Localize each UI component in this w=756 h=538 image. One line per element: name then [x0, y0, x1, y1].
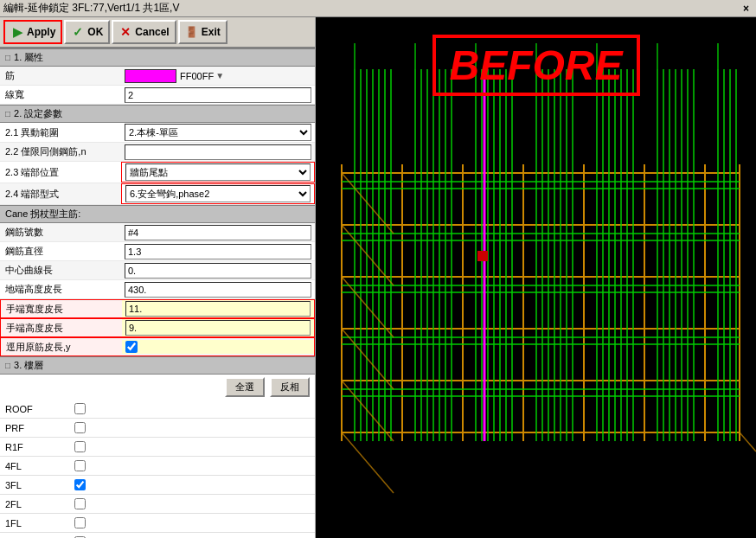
color-dropdown-arrow[interactable]: ▼	[215, 71, 224, 80]
field-curvelength-label: 中心曲線長	[0, 262, 121, 279]
field-useoriginal-label: 逕用原筋皮長,y	[1, 339, 122, 355]
field-handwidth: 手端寬度皮長	[0, 299, 315, 318]
field-sameside-value[interactable]	[121, 144, 315, 161]
cancel-icon: ✕	[119, 25, 132, 39]
field-linewidth-label: 線寬	[0, 86, 121, 103]
floor-name: 4FL	[5, 461, 57, 471]
floor-checkbox[interactable]	[74, 422, 86, 433]
floor-row: PC	[0, 533, 315, 538]
floor-row: 1FL	[0, 514, 315, 533]
select-all-button[interactable]: 全選	[225, 377, 265, 397]
field-bardia: 鋼筋直徑	[0, 242, 315, 261]
form-area: □ 1. 屬性 筋 FF00FF ▼ 線寬 □ 2. 設定參數	[0, 48, 315, 538]
field-handheight-value[interactable]	[122, 319, 314, 336]
field-jin-value[interactable]: FF00FF ▼	[121, 68, 315, 84]
ok-button[interactable]: ✓ OK	[64, 20, 110, 44]
floor-row: 2FL	[0, 495, 315, 514]
field-groundheight-value[interactable]	[121, 281, 315, 298]
floor-name: R1F	[5, 442, 57, 452]
ok-label: OK	[87, 26, 103, 38]
field-curvelength: 中心曲線長	[0, 261, 315, 280]
invert-button[interactable]: 反相	[270, 377, 310, 397]
field-jin: 筋 FF00FF ▼	[0, 67, 315, 86]
field-range-value[interactable]: 2.本棟-單區	[121, 123, 315, 142]
field-handwidth-label: 手端寬度皮長	[1, 301, 122, 317]
field-endtype: 2.4 端部型式 6.安全彎鉤,phase2	[0, 183, 315, 205]
field-linewidth-value[interactable]	[121, 86, 315, 104]
field-handheight: 手端高度皮長	[0, 318, 315, 337]
cancel-label: Cancel	[135, 26, 169, 38]
title-bar: 編輯-延伸鎖定 3FL:77,Vert1/1 共1區,V ×	[0, 0, 756, 17]
field-groundheight: 地端高度皮長	[0, 280, 315, 299]
field-handheight-label: 手端高度皮長	[1, 320, 122, 336]
field-bardia-value[interactable]	[121, 243, 315, 260]
floor-row: R1F	[0, 438, 315, 457]
handheight-input[interactable]	[125, 320, 311, 336]
field-endtype-label: 2.4 端部型式	[0, 186, 121, 202]
section-floor-header: □ 3. 樓層	[0, 356, 315, 375]
field-endpos: 2.3 端部位置 牆筋尾點	[0, 162, 315, 183]
color-code: FF00FF	[180, 71, 214, 81]
apply-icon: ▶	[10, 25, 24, 39]
floor-checkbox[interactable]	[74, 460, 86, 471]
exit-icon: 🚪	[185, 25, 199, 39]
linewidth-input[interactable]	[125, 87, 311, 103]
useoriginal-checkbox[interactable]	[125, 341, 138, 353]
floor-row: ROOF	[0, 400, 315, 419]
field-handwidth-value[interactable]	[122, 300, 314, 317]
endtype-select[interactable]: 6.安全彎鉤,phase2	[125, 185, 311, 202]
floor-name: 1FL	[5, 518, 57, 528]
floor-name: ROOF	[5, 404, 57, 414]
floor-controls: 全選 反相	[0, 375, 315, 400]
svg-rect-72	[477, 251, 488, 261]
right-panel: BEFORE	[316, 17, 756, 538]
field-range-label: 2.1 異動範圍	[0, 125, 121, 141]
cancel-button[interactable]: ✕ Cancel	[112, 20, 176, 44]
close-button[interactable]: ×	[740, 3, 753, 15]
curvelength-input[interactable]	[125, 263, 311, 279]
section-cane-header: Cane 拐杖型主筋:	[0, 205, 315, 223]
color-swatch[interactable]	[125, 69, 176, 83]
floor-row: PRF	[0, 419, 315, 438]
bardia-input[interactable]	[125, 244, 311, 259]
field-useoriginal-value[interactable]	[122, 340, 314, 354]
left-panel: ▶ Apply ✓ OK ✕ Cancel 🚪 Exit □ 1. 屬性	[0, 17, 316, 538]
section-settings-header: □ 2. 設定參數	[0, 105, 315, 123]
groundheight-input[interactable]	[125, 282, 311, 298]
field-bardia-label: 鋼筋直徑	[0, 243, 121, 259]
floor-name: 3FL	[5, 480, 57, 490]
floor-list: ROOFPRFR1F4FL3FL2FL1FLPC	[0, 400, 315, 538]
title-text: 編輯-延伸鎖定 3FL:77,Vert1/1 共1區,V	[3, 1, 179, 16]
apply-label: Apply	[27, 26, 55, 38]
floor-checkbox[interactable]	[74, 498, 86, 509]
floor-checkbox[interactable]	[74, 403, 86, 414]
floor-checkbox[interactable]	[74, 441, 86, 452]
section-properties-header: □ 1. 屬性	[0, 48, 315, 67]
main-layout: ▶ Apply ✓ OK ✕ Cancel 🚪 Exit □ 1. 屬性	[0, 17, 756, 538]
field-barno-value[interactable]	[121, 224, 315, 241]
field-barno-label: 鋼筋號數	[0, 224, 121, 240]
endpos-select[interactable]: 牆筋尾點	[125, 163, 311, 181]
floor-row: 3FL	[0, 476, 315, 495]
field-sameside: 2.2 僅限同側鋼筋,n	[0, 143, 315, 162]
field-range: 2.1 異動範圍 2.本棟-單區	[0, 123, 315, 143]
floor-checkbox[interactable]	[74, 479, 86, 490]
handwidth-input[interactable]	[125, 301, 311, 317]
field-curvelength-value[interactable]	[121, 262, 315, 279]
apply-button[interactable]: ▶ Apply	[3, 20, 62, 44]
field-jin-label: 筋	[0, 67, 121, 84]
field-endpos-value[interactable]: 牆筋尾點	[121, 162, 315, 183]
range-select[interactable]: 2.本棟-單區	[125, 124, 311, 141]
floor-name: 2FL	[5, 499, 57, 509]
barno-input[interactable]	[125, 225, 311, 240]
sameside-input[interactable]	[125, 144, 311, 160]
before-label: BEFORE	[432, 35, 639, 96]
ok-icon: ✓	[71, 25, 85, 39]
field-sameside-label: 2.2 僅限同側鋼筋,n	[0, 144, 121, 160]
floor-row: 4FL	[0, 457, 315, 476]
exit-button[interactable]: 🚪 Exit	[178, 20, 227, 44]
field-endtype-value[interactable]: 6.安全彎鉤,phase2	[121, 183, 315, 204]
field-linewidth: 線寬	[0, 86, 315, 105]
field-useoriginal: 逕用原筋皮長,y	[0, 337, 315, 356]
floor-checkbox[interactable]	[74, 517, 86, 528]
